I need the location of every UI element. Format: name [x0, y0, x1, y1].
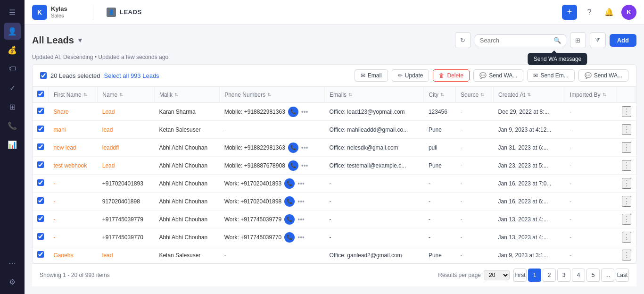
- refresh-button[interactable]: ↻: [455, 32, 471, 48]
- first-name-link[interactable]: mahi: [54, 126, 66, 133]
- row-checkbox[interactable]: [37, 179, 44, 186]
- sort-emails-icon[interactable]: ⇅: [348, 92, 352, 97]
- sort-name-icon[interactable]: ⇅: [119, 92, 123, 97]
- avatar[interactable]: K: [621, 5, 636, 20]
- row-menu-button[interactable]: ⋮: [622, 214, 631, 225]
- col-header-created[interactable]: Created At ⇅: [494, 87, 565, 103]
- add-button[interactable]: Add: [610, 34, 636, 47]
- row-menu-button[interactable]: ⋮: [622, 232, 631, 243]
- phone-more-button[interactable]: •••: [301, 108, 308, 116]
- phone-more-button[interactable]: •••: [301, 162, 308, 169]
- sort-phone-icon[interactable]: ⇅: [267, 92, 271, 97]
- chart-nav-icon[interactable]: 📊: [4, 136, 21, 153]
- sort-imported-icon[interactable]: ⇅: [603, 92, 606, 97]
- phone-call-icon[interactable]: 📞: [288, 143, 298, 153]
- page-last-button[interactable]: Last: [616, 269, 629, 282]
- page-5-button[interactable]: 5: [586, 269, 600, 282]
- row-checkbox[interactable]: [37, 143, 44, 150]
- page-2-button[interactable]: 2: [543, 269, 556, 282]
- sort-malik-icon[interactable]: ⇅: [174, 92, 178, 97]
- sort-created-icon[interactable]: ⇅: [527, 92, 531, 97]
- row-menu-button[interactable]: ⋮: [622, 160, 631, 171]
- per-page-dropdown[interactable]: 20 50 100: [484, 270, 510, 280]
- phone-more-button[interactable]: •••: [297, 198, 305, 205]
- notifications-button[interactable]: 🔔: [602, 5, 617, 20]
- col-header-emails[interactable]: Emails ⇅: [325, 87, 424, 103]
- row-checkbox[interactable]: [37, 126, 44, 132]
- first-name-link[interactable]: -: [54, 180, 56, 187]
- phone-call-icon[interactable]: 📞: [288, 160, 298, 171]
- col-header-source[interactable]: Source ⇅: [456, 87, 494, 103]
- phone-more-button[interactable]: •••: [301, 144, 308, 151]
- sort-first-name-icon[interactable]: ⇅: [83, 92, 87, 97]
- page-4-button[interactable]: 4: [572, 269, 585, 282]
- first-name-link[interactable]: Share: [54, 109, 69, 115]
- first-name-link[interactable]: -: [54, 234, 56, 241]
- columns-button[interactable]: ⊞: [570, 32, 586, 48]
- phone-more-button[interactable]: •••: [297, 234, 305, 241]
- update-button[interactable]: ✏ Update: [392, 69, 429, 82]
- col-header-first-name[interactable]: First Name ⇅: [49, 87, 98, 103]
- row-menu-button[interactable]: ⋮: [622, 250, 631, 260]
- row-menu-button[interactable]: ⋮: [622, 106, 631, 117]
- col-header-name[interactable]: Name ⇅: [98, 87, 155, 103]
- row-checkbox[interactable]: [37, 108, 44, 114]
- first-name-link[interactable]: test webhook: [54, 162, 87, 169]
- dots-nav-icon[interactable]: ⋯: [4, 254, 21, 271]
- first-name-link[interactable]: new lead: [54, 144, 76, 151]
- phone-more-button[interactable]: •••: [297, 216, 305, 223]
- select-all-link[interactable]: Select all 993 Leads: [104, 72, 159, 79]
- phone-more-button[interactable]: •••: [297, 180, 305, 187]
- grid-nav-icon[interactable]: ⊞: [4, 98, 21, 115]
- col-header-city[interactable]: City ⇅: [424, 87, 456, 103]
- col-header-malik[interactable]: Malik ⇅: [154, 87, 219, 103]
- row-menu-button[interactable]: ⋮: [622, 196, 631, 207]
- phone-call-icon[interactable]: 📞: [284, 214, 295, 225]
- send-wa2-button[interactable]: 💬 Send WA...: [578, 69, 628, 82]
- settings-nav-icon[interactable]: ⚙: [4, 273, 21, 290]
- imported-cell: -: [565, 228, 617, 246]
- send-wa1-button[interactable]: 💬 Send WA...: [473, 69, 523, 82]
- sort-source-icon[interactable]: ⇅: [480, 92, 484, 97]
- row-checkbox[interactable]: [37, 215, 44, 222]
- tasks-nav-icon[interactable]: ✓: [4, 79, 21, 96]
- first-name-link[interactable]: Ganehs: [54, 252, 74, 259]
- page-1-button[interactable]: 1: [528, 269, 541, 282]
- row-menu-button[interactable]: ⋮: [622, 178, 631, 189]
- row-checkbox[interactable]: [37, 197, 44, 204]
- row-menu-button[interactable]: ⋮: [622, 142, 631, 153]
- phone-call-icon[interactable]: 📞: [284, 178, 295, 189]
- per-page-label: Results per page: [438, 272, 481, 278]
- help-button[interactable]: ?: [582, 5, 597, 20]
- select-all-checkbox[interactable]: [40, 72, 47, 79]
- email-button[interactable]: ✉ Email: [355, 69, 388, 82]
- phone-call-icon[interactable]: 📞: [284, 196, 295, 207]
- phone-call-icon[interactable]: 📞: [288, 107, 298, 117]
- contacts-nav-icon[interactable]: 👤: [4, 23, 21, 40]
- phone-call-icon[interactable]: 📞: [284, 232, 295, 243]
- filter-button[interactable]: ⧩: [590, 32, 606, 48]
- page-first-button[interactable]: First: [513, 269, 527, 282]
- row-checkbox[interactable]: [37, 161, 44, 168]
- delete-button[interactable]: 🗑 Delete: [433, 69, 470, 82]
- send-em-button[interactable]: ✉ Send Em...: [527, 69, 574, 82]
- new-item-button[interactable]: +: [562, 5, 577, 20]
- search-input[interactable]: [480, 37, 551, 44]
- page-3-button[interactable]: 3: [557, 269, 570, 282]
- hamburger-menu-icon[interactable]: ☰: [4, 4, 21, 21]
- col-header-imported[interactable]: Imported By ⇅: [565, 87, 617, 103]
- sort-city-icon[interactable]: ⇅: [440, 92, 444, 97]
- first-name-link[interactable]: -: [54, 216, 56, 223]
- row-checkbox[interactable]: [37, 233, 44, 240]
- title-dropdown-icon[interactable]: ▼: [77, 36, 83, 44]
- row-checkbox[interactable]: [37, 251, 44, 258]
- money-nav-icon[interactable]: 💰: [4, 42, 21, 59]
- first-name-link[interactable]: -: [54, 198, 56, 205]
- malik-cell: Abhi Abhi Chouhan: [154, 157, 219, 175]
- header-checkbox[interactable]: [37, 91, 44, 97]
- phone-nav-icon[interactable]: 📞: [4, 117, 21, 134]
- sidebar: ☰ 👤 💰 🏷 ✓ ⊞ 📞 📊 ⋯ ⚙: [0, 0, 25, 294]
- col-header-phone[interactable]: Phone Numbers ⇅: [220, 87, 325, 103]
- row-menu-button[interactable]: ⋮: [622, 124, 631, 135]
- deals-nav-icon[interactable]: 🏷: [4, 60, 21, 77]
